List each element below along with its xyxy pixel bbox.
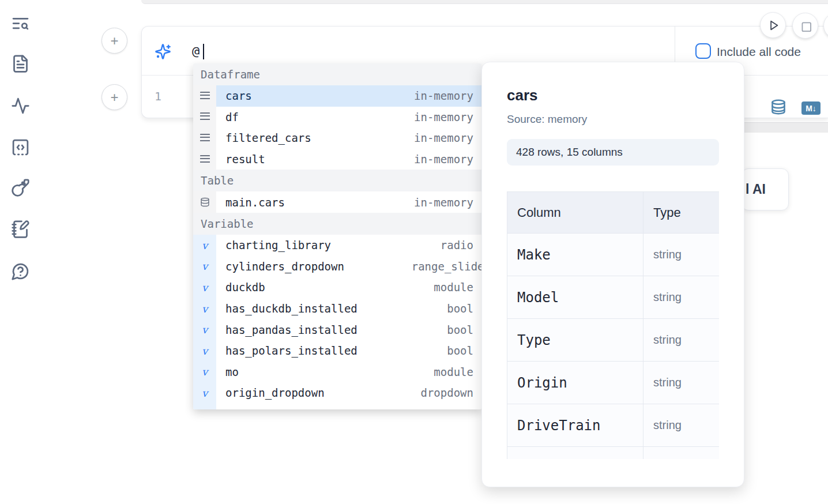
completion-name: duckdb <box>225 281 265 294</box>
schema-row: Make string <box>507 234 720 276</box>
schema-table-wrap: Column Type Make string Model string Typ… <box>507 191 719 459</box>
line-number: 1 <box>155 89 161 103</box>
help-chat-icon[interactable] <box>11 262 30 281</box>
stop-button[interactable] <box>792 13 818 39</box>
completion-name: has_duckdb_installed <box>225 302 357 315</box>
schema-row: DriveTrain string <box>507 404 720 447</box>
completion-item-df[interactable]: df in-memory <box>193 107 481 128</box>
column-header: Column <box>507 192 643 234</box>
variable-icon: v <box>193 362 216 383</box>
variable-icon: v <box>193 235 216 256</box>
completion-name: charting_library <box>225 239 331 251</box>
column-type: string <box>643 276 720 319</box>
variable-icon: v <box>193 404 216 409</box>
column-name: Make <box>507 234 643 276</box>
completion-name: pd <box>225 408 239 409</box>
column-name: Origin <box>507 362 643 404</box>
completion-item-filtered-cars[interactable]: filtered_cars in-memory <box>193 127 481 149</box>
completion-name: mo <box>225 366 239 378</box>
variable-icon: v <box>193 382 216 404</box>
add-cell-below-button[interactable]: + <box>101 84 127 110</box>
schema-row: Origin string <box>507 362 720 404</box>
completion-type: in-memory <box>414 153 473 166</box>
completion-type: in-memory <box>414 111 473 123</box>
previous-cell-edge <box>141 0 828 4</box>
dataframe-rows-icon <box>193 149 216 170</box>
completion-item-duckdb[interactable]: v duckdb module <box>193 277 481 298</box>
database-icon <box>193 191 216 213</box>
completion-type: module <box>434 408 473 409</box>
completion-item-cylinders-dropdown[interactable]: v cylinders_dropdown range_slider <box>193 256 481 277</box>
cell-output-strip <box>744 122 828 133</box>
play-icon <box>765 17 781 33</box>
dataframe-rows-icon <box>193 127 216 149</box>
type-header: Type <box>643 192 720 234</box>
run-cell-button[interactable] <box>760 12 786 38</box>
schema-row-partial <box>507 447 720 460</box>
database-button[interactable] <box>770 99 786 115</box>
completion-name: filtered_cars <box>225 131 311 144</box>
text-cursor <box>203 44 204 59</box>
snippets-code-icon[interactable] <box>11 138 30 157</box>
schema-row: Model string <box>507 276 720 319</box>
variable-icon: v <box>193 319 216 340</box>
section-header-dataframe: Dataframe <box>193 63 481 85</box>
file-text-icon[interactable] <box>11 54 30 73</box>
completion-item-cars[interactable]: cars in-memory <box>193 85 481 107</box>
completion-type: bool <box>447 302 473 315</box>
generate-with-ai-label: l AI <box>742 182 766 197</box>
completion-type: in-memory <box>414 196 473 209</box>
completion-item-charting-library[interactable]: v charting_library radio <box>193 235 481 256</box>
completion-item-mo[interactable]: v mo module <box>193 362 481 383</box>
add-cell-above-button[interactable]: + <box>101 28 127 54</box>
generate-with-ai-button[interactable]: l AI <box>742 168 789 210</box>
column-type: string <box>643 319 720 362</box>
completion-item-result[interactable]: result in-memory <box>193 149 481 170</box>
sparkles-icon <box>155 43 171 60</box>
variable-icon: v <box>193 298 216 319</box>
completion-item-pd[interactable]: v pd module <box>193 404 481 409</box>
markdown-convert-button[interactable]: M↓ <box>801 101 821 115</box>
completion-name: origin_dropdown <box>225 386 325 399</box>
completion-name: df <box>225 111 239 123</box>
completion-item-has-duckdb-installed[interactable]: v has_duckdb_installed bool <box>193 298 481 319</box>
completion-item-has-polars-installed[interactable]: v has_polars_installed bool <box>193 340 481 362</box>
column-type: string <box>643 234 720 276</box>
completion-type: bool <box>447 324 473 336</box>
column-name: DriveTrain <box>507 404 643 447</box>
variable-icon: v <box>193 256 216 277</box>
autocomplete-popup: Dataframe cars in-memory df in-memory fi… <box>193 63 481 409</box>
key-icon[interactable] <box>11 178 30 197</box>
completion-name: result <box>225 153 265 166</box>
completion-name: cars <box>225 89 252 102</box>
completion-type: module <box>434 281 473 294</box>
text-search-icon[interactable] <box>11 14 30 33</box>
stop-icon <box>797 18 813 33</box>
completion-type: radio <box>441 239 473 251</box>
completion-type: in-memory <box>414 131 473 144</box>
dataframe-rows-icon <box>193 107 216 128</box>
schema-header-row: Column Type <box>507 192 720 234</box>
completion-type: bool <box>447 344 473 357</box>
completion-name: main.cars <box>225 196 285 209</box>
completion-name: cylinders_dropdown <box>225 260 344 273</box>
completion-item-main-cars[interactable]: main.cars in-memory <box>193 191 481 213</box>
preview-shape-badge: 428 rows, 15 columns <box>507 139 719 166</box>
completion-type: dropdown <box>420 386 473 399</box>
notebook-pen-icon[interactable] <box>11 220 30 239</box>
variable-icon: v <box>193 277 216 298</box>
ai-prompt-input[interactable]: @ <box>192 44 200 58</box>
completion-item-has-pandas-installed[interactable]: v has_pandas_installed bool <box>193 319 481 340</box>
dataframe-preview-panel: cars Source: memory 428 rows, 15 columns… <box>481 62 744 487</box>
completion-item-origin-dropdown[interactable]: v origin_dropdown dropdown <box>193 382 481 404</box>
section-header-variable: Variable <box>193 213 481 235</box>
completion-name: has_pandas_installed <box>225 324 357 336</box>
completion-type: range_slider <box>412 260 481 273</box>
column-type: string <box>643 362 720 404</box>
activity-icon[interactable] <box>11 96 30 115</box>
section-header-table: Table <box>193 170 481 191</box>
column-name: Model <box>507 276 643 319</box>
completion-type: module <box>434 366 473 378</box>
include-all-code-checkbox[interactable] <box>695 43 711 59</box>
column-name: Type <box>507 319 643 362</box>
